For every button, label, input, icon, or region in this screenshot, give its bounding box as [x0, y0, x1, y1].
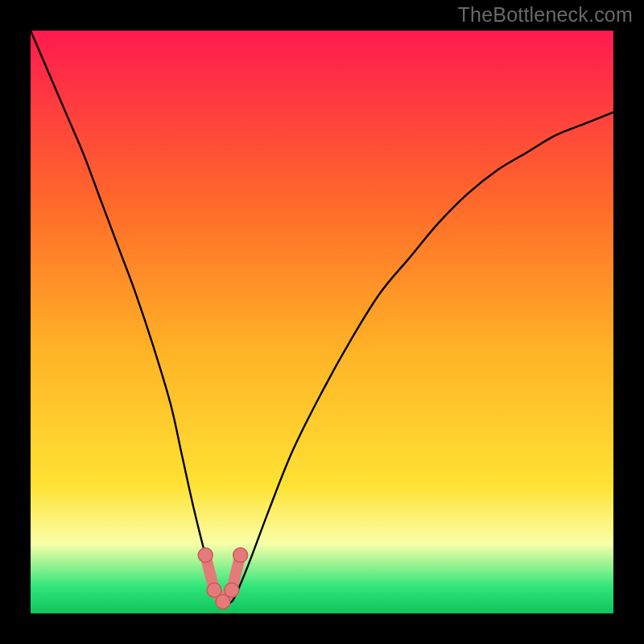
marker-dot: [198, 548, 213, 563]
marker-dot: [225, 583, 239, 597]
chart-svg: [31, 31, 613, 613]
gradient-background: [31, 31, 613, 613]
watermark-text: TheBottleneck.com: [458, 3, 633, 27]
plot-area: [31, 31, 613, 613]
marker-dot: [233, 548, 248, 563]
chart-frame: TheBottleneck.com: [0, 0, 644, 644]
